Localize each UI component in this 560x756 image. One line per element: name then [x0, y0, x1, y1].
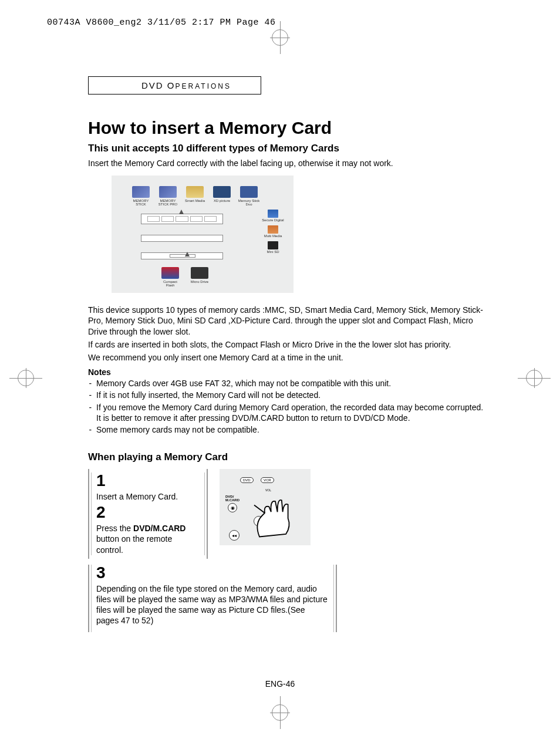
arrow-upper-icon [179, 210, 184, 214]
card-xd-picture: XD picture [210, 186, 234, 206]
page-number: ENG-46 [265, 679, 295, 689]
memory-card-diagram: MEMORY STICK MEMORY STICK PRO Smart Medi… [112, 176, 294, 293]
registration-mark-top [272, 29, 288, 46]
remote-dvd-label: DVD [240, 477, 254, 483]
steps-1-2: 1 Insert a Memory Card. 2 Press the DVD/… [88, 469, 208, 559]
step-2-text: Press the DVD/M.CARD button on the remot… [96, 523, 200, 555]
card-compact-flash: Compact Flash [158, 267, 182, 287]
recommend-paragraph: We recommend you only insert one Memory … [88, 352, 487, 363]
remote-dvd-mcard-label: DVD/ M.CARD [225, 495, 239, 502]
supports-paragraph: This device supports 10 types of memory … [88, 305, 487, 337]
section-label-small: PERATIONS [176, 82, 231, 90]
remote-diagram: DVD VCR VOL DVD/ M.CARD ◉ − ⌄ ◂◂ [220, 469, 311, 545]
card-micro-drive: Micro Drive [188, 267, 211, 287]
svg-line-0 [254, 505, 265, 514]
card-secure-digital: Secure Digital [261, 210, 285, 222]
card-mini-sd: Mini SD [261, 241, 285, 254]
remote-rewind-button-icon: ◂◂ [229, 530, 239, 541]
registration-mark-bottom [272, 704, 288, 721]
notes-list: Memory Cards over 4GB use FAT 32, which … [88, 378, 487, 435]
step-3: 3 Depending on the file type stored on t… [88, 565, 337, 632]
step-2-number: 2 [96, 504, 200, 521]
remote-mcard-button-icon: ◉ [228, 503, 237, 512]
lower-slot [141, 252, 223, 259]
step-1-number: 1 [96, 473, 200, 489]
step-1-text: Insert a Memory Card. [96, 491, 200, 502]
arrow-lower-icon [185, 252, 190, 256]
hand-pointing-icon [249, 487, 302, 539]
card-multi-media: Multi Media [261, 225, 285, 238]
note-item: Memory Cards over 4GB use FAT 32, which … [96, 378, 487, 389]
playing-heading: When playing a Memory Card [88, 451, 487, 463]
note-item: Some memory cards may not be compatible. [96, 424, 487, 435]
card-memory-stick-duo: Memory Stick Duo [237, 186, 261, 206]
step-3-number: 3 [96, 565, 329, 581]
accepts-heading: This unit accepts 10 different types of … [88, 143, 487, 154]
card-memory-stick-pro: MEMORY STICK PRO [156, 186, 180, 206]
priority-paragraph: If cards are inserted in both slots, the… [88, 339, 487, 350]
remote-vcr-label: VCR [261, 477, 274, 483]
section-label-box: DVD OPERATIONS [88, 76, 261, 95]
page-title: How to insert a Memory Card [88, 118, 487, 138]
print-header: 00743A V8600_eng2 3/11/05 2:17 PM Page 4… [47, 18, 276, 28]
registration-mark-left [18, 370, 34, 386]
notes-heading: Notes [88, 367, 487, 377]
card-smart-media: Smart Media [183, 186, 207, 206]
insert-instruction: Insert the Memory Card correctly with th… [88, 158, 487, 168]
note-item: If you remove the Memory Card during Mem… [96, 402, 487, 423]
note-item: If it is not fully inserted, the Memory … [96, 390, 487, 400]
card-memory-stick: MEMORY STICK [129, 186, 153, 206]
step-3-text: Depending on the file type stored on the… [96, 583, 329, 626]
upper-slot [141, 214, 223, 224]
middle-slot [141, 235, 223, 242]
section-label: DVD O [141, 80, 176, 90]
registration-mark-right [526, 370, 542, 386]
